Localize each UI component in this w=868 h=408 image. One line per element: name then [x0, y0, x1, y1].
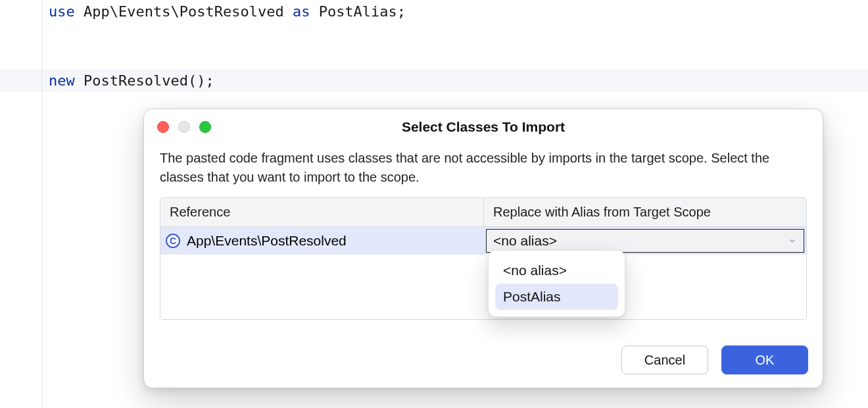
dropdown-option-postalias[interactable]: PostAlias [495, 284, 618, 310]
code-blank-1 [0, 23, 868, 46]
code-line-1[interactable]: use App\Events\PostResolved as PostAlias… [0, 0, 868, 23]
code-semi: ; [397, 0, 406, 23]
ok-button[interactable]: OK [721, 345, 808, 374]
keyword-as: as [293, 0, 310, 23]
alias-selected-value: <no alias> [493, 233, 557, 249]
table-row[interactable]: C App\Events\PostResolved <no alias> [160, 227, 806, 255]
table-empty-space [160, 255, 806, 319]
import-dialog: Select Classes To Import The pasted code… [143, 109, 823, 388]
code-blank-2 [0, 46, 868, 69]
table-header: Reference Replace with Alias from Target… [160, 198, 806, 227]
keyword-use: use [49, 0, 75, 23]
column-reference[interactable]: Reference [160, 198, 484, 226]
code-text: App\Events\PostResolved [75, 0, 293, 23]
class-icon: C [166, 234, 180, 248]
window-close-button[interactable] [157, 121, 169, 133]
code-line-3[interactable]: new PostResolved(); [0, 69, 868, 92]
chevron-down-icon [788, 233, 797, 249]
code-alias: PostAlias [310, 0, 397, 23]
window-maximize-button[interactable] [199, 121, 211, 133]
code-text-3: PostResolved(); [75, 69, 214, 92]
alias-dropdown: <no alias> PostAlias [488, 250, 625, 317]
window-minimize-button[interactable] [178, 121, 190, 133]
code-editor: use App\Events\PostResolved as PostAlias… [0, 0, 868, 92]
alias-combobox[interactable]: <no alias> [486, 229, 804, 253]
dialog-buttons: Cancel OK [621, 345, 808, 374]
dropdown-option-no-alias[interactable]: <no alias> [495, 257, 618, 284]
import-table: Reference Replace with Alias from Target… [160, 197, 807, 320]
keyword-new: new [49, 69, 75, 92]
reference-text: App\Events\PostResolved [187, 233, 347, 249]
column-alias[interactable]: Replace with Alias from Target Scope [484, 198, 806, 226]
cell-reference: C App\Events\PostResolved [160, 227, 484, 255]
window-controls [157, 121, 211, 133]
dialog-titlebar: Select Classes To Import [144, 109, 823, 145]
cancel-button[interactable]: Cancel [621, 345, 708, 374]
gutter-divider [41, 0, 42, 408]
dialog-description: The pasted code fragment uses classes th… [160, 149, 807, 187]
dialog-title: Select Classes To Import [402, 119, 565, 135]
dialog-body: The pasted code fragment uses classes th… [144, 149, 823, 320]
